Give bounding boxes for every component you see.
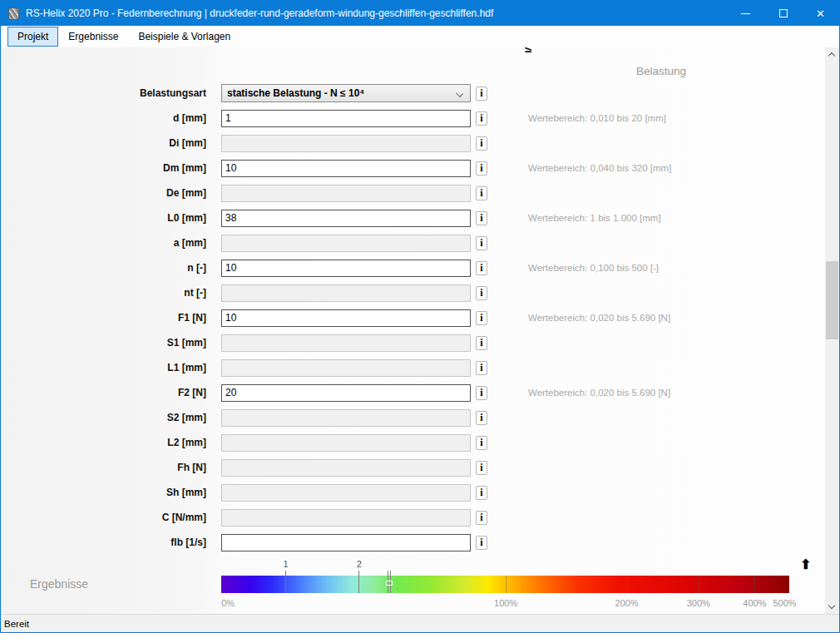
tab-ergebnisse[interactable]: Ergebnisse <box>58 27 128 47</box>
scale-tick-label: 500% <box>773 598 796 608</box>
field-input-a-mm <box>221 235 471 252</box>
title-bar: RS-Helix 2020 Pro - Federnberechnung | d… <box>1 1 839 26</box>
info-button[interactable]: i <box>476 211 487 225</box>
field-label: Di [mm] <box>1 137 206 149</box>
info-button[interactable]: i <box>476 536 487 550</box>
info-button[interactable]: i <box>476 336 487 350</box>
info-button[interactable]: i <box>476 161 487 176</box>
app-icon <box>8 7 19 20</box>
field-label: Belastungsart <box>1 87 206 99</box>
info-button[interactable]: i <box>476 411 487 425</box>
scrollbar-thumb[interactable] <box>826 261 838 339</box>
vertical-scrollbar[interactable] <box>825 47 839 614</box>
close-icon: ✕ <box>816 8 825 19</box>
info-button[interactable]: i <box>476 361 487 375</box>
extra-double-marker <box>388 571 391 593</box>
section-heading-belastung: Belastung <box>636 65 686 77</box>
info-button[interactable]: i <box>476 186 487 200</box>
value-range-hint: Wertebereich: 0,100 bis 500 [-] <box>528 263 659 273</box>
info-button[interactable]: i <box>476 311 487 325</box>
field-label: L1 [mm] <box>1 362 206 373</box>
tab-beispiele-vorlagen[interactable]: Beispiele & Vorlagen <box>128 27 240 47</box>
chevron-up-icon <box>828 52 835 59</box>
field-input-dm-mm[interactable] <box>221 160 471 177</box>
form-row: L1 [mm] i <box>1 355 810 380</box>
info-button[interactable]: i <box>476 286 487 300</box>
form-row: flb [1/s] i <box>1 530 810 555</box>
field-label: F1 [N] <box>1 312 206 324</box>
field-input-flb-1-s[interactable] <box>221 534 471 551</box>
field-label: d [mm] <box>1 112 206 124</box>
info-button[interactable]: i <box>476 486 487 500</box>
form-row: a [mm] i <box>1 230 810 255</box>
form-row: Sh [mm] i <box>1 480 810 505</box>
info-button[interactable]: i <box>476 436 487 450</box>
form-row: S2 [mm] i <box>1 405 810 430</box>
field-input-fh-n <box>221 459 471 477</box>
scale-tick-label: 200% <box>615 598 639 608</box>
scroll-to-top-arrow-icon[interactable]: ⬆ <box>800 558 811 571</box>
scale-tick-labels: 0%100%200%300%400%500% <box>221 598 789 608</box>
field-input-de-mm <box>221 185 471 202</box>
form-row: F2 [N] i Wertebereich: 0,020 bis 5.690 [… <box>1 380 810 405</box>
form-row: C [N/mm] i <box>1 505 810 530</box>
info-button[interactable]: i <box>476 386 487 400</box>
field-label: L0 [mm] <box>1 212 206 224</box>
clipped-formula-glyph: ≤ <box>525 47 531 55</box>
maximize-icon <box>779 9 788 17</box>
field-input-l0-mm[interactable] <box>221 210 471 227</box>
form-row: Fh [N] i <box>1 455 810 480</box>
maximize-button[interactable] <box>764 1 802 26</box>
field-label: Dm [mm] <box>1 162 206 174</box>
form-row: nt [-] i <box>1 280 810 305</box>
info-button[interactable]: i <box>476 236 487 250</box>
info-button[interactable]: i <box>476 136 487 151</box>
field-label: a [mm] <box>1 237 206 249</box>
field-input-di-mm <box>221 135 471 152</box>
form-row: Di [mm] i <box>1 131 810 156</box>
scrollbar-up-button[interactable] <box>825 47 839 62</box>
form-row: d [mm] i Wertebereich: 0,010 bis 20 [mm] <box>1 106 810 131</box>
info-button[interactable]: i <box>476 261 487 275</box>
marker-line <box>358 571 359 593</box>
status-text: Bereit <box>4 619 29 629</box>
field-label: F2 [N] <box>1 387 206 398</box>
field-combobox-belastungsart[interactable]: statische Belastung - N ≤ 10⁴ <box>221 84 471 102</box>
scrollbar-down-button[interactable] <box>825 600 839 614</box>
field-label: De [mm] <box>1 187 206 199</box>
info-button[interactable]: i <box>476 87 487 101</box>
minimize-icon <box>741 13 750 14</box>
form-row: n [-] i Wertebereich: 0,100 bis 500 [-] <box>1 255 810 280</box>
field-input-l1-mm <box>221 359 471 377</box>
field-input-d-mm[interactable] <box>221 110 471 127</box>
form-row: Dm [mm] i Wertebereich: 0,040 bis 320 [m… <box>1 156 810 181</box>
chevron-down-icon <box>456 90 463 97</box>
field-input-s1-mm <box>221 334 471 352</box>
info-button[interactable]: i <box>476 511 487 525</box>
minimize-button[interactable] <box>727 1 764 26</box>
info-button[interactable]: i <box>476 461 487 475</box>
info-button[interactable]: i <box>476 111 487 126</box>
app-window: RS-Helix 2020 Pro - Federnberechnung | d… <box>0 0 840 633</box>
status-bar: Bereit <box>1 614 839 632</box>
field-input-n[interactable] <box>221 260 471 277</box>
close-button[interactable]: ✕ <box>802 1 839 26</box>
scale-tickline <box>627 576 628 593</box>
section-heading-ergebnisse: Ergebnisse <box>30 577 88 591</box>
window-controls: ✕ <box>727 1 839 26</box>
field-input-f2-n[interactable] <box>221 384 471 402</box>
field-input-f1-n[interactable] <box>221 309 471 327</box>
scale-tickline <box>754 576 755 593</box>
tab-projekt[interactable]: Projekt <box>7 27 58 47</box>
chevron-down-icon <box>828 602 835 609</box>
form-rows: Belastungsart statische Belastung - N ≤ … <box>1 81 810 555</box>
form-row: Belastungsart statische Belastung - N ≤ … <box>1 81 810 106</box>
field-label: Sh [mm] <box>1 487 206 498</box>
combobox-selected-value: statische Belastung - N ≤ 10⁴ <box>227 87 364 99</box>
marker-label: 2 <box>350 559 368 569</box>
scale-tickline <box>699 576 699 593</box>
form-row: F1 [N] i Wertebereich: 0,020 bis 5.690 [… <box>1 305 810 330</box>
marker-inline-glyph <box>386 581 393 586</box>
form-row: De [mm] i <box>1 181 810 205</box>
scale-tick-label: 300% <box>687 598 710 608</box>
